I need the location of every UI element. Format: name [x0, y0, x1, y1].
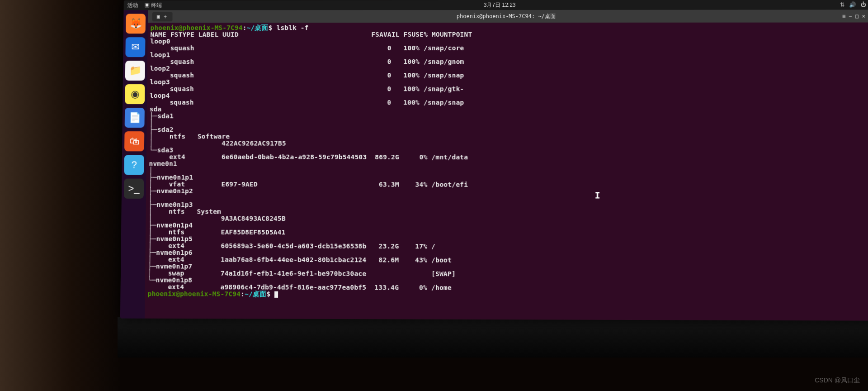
dock: 🦊✉📁◉📄🛍?>_ [120, 10, 148, 318]
terminal-titlebar[interactable]: ▣ ＋ phoenix@phoenix-MS-7C94: ~/桌面 ≡ − □ … [148, 10, 868, 23]
dock-writer[interactable]: 📄 [125, 108, 145, 128]
app-menu[interactable]: ▣ 终端 [144, 1, 162, 9]
terminal-body[interactable]: phoenix@phoenix-MS-7C94:~/桌面$ lsblk -f N… [145, 23, 868, 301]
new-tab-icon[interactable]: ＋ [163, 13, 168, 20]
dock-help[interactable]: ? [124, 155, 144, 175]
window-controls: ≡ − □ ✕ [842, 13, 865, 19]
minimize-icon[interactable]: − [849, 13, 855, 19]
terminal-tab[interactable]: ▣ ＋ [152, 12, 173, 21]
monitor-bezel [118, 317, 868, 358]
text-cursor-ibeam: I [594, 190, 600, 200]
terminal-tab-icon: ▣ [157, 13, 160, 19]
menu-icon[interactable]: ≡ [842, 13, 845, 19]
dock-rhythmbox[interactable]: ◉ [125, 84, 145, 104]
power-icon: ⏻ [860, 1, 866, 8]
volume-icon: 🔊 [849, 1, 856, 8]
dock-terminal[interactable]: >_ [124, 179, 144, 199]
dock-software[interactable]: 🛍 [124, 131, 144, 151]
network-icon: ⇅ [840, 1, 844, 8]
clock[interactable]: 3月7日 12:23 [162, 1, 840, 9]
maximize-icon[interactable]: □ [855, 13, 862, 19]
gnome-topbar: 活动 ▣ 终端 3月7日 12:23 ⇅ 🔊 ⏻ [124, 0, 868, 10]
close-icon[interactable]: ✕ [862, 13, 865, 19]
screen: 活动 ▣ 终端 3月7日 12:23 ⇅ 🔊 ⏻ 🦊✉📁◉📄🛍?>_ ▣ ＋ p… [120, 0, 868, 321]
activities-button[interactable]: 活动 [127, 1, 138, 9]
dock-firefox[interactable]: 🦊 [126, 14, 146, 33]
dock-thunderbird[interactable]: ✉ [125, 37, 145, 57]
terminal-title: phoenix@phoenix-MS-7C94: ~/桌面 [457, 12, 556, 20]
dock-files[interactable]: 📁 [125, 61, 145, 81]
watermark: CSDN @风口尘 [815, 377, 860, 385]
terminal-window: ▣ ＋ phoenix@phoenix-MS-7C94: ~/桌面 ≡ − □ … [145, 10, 868, 320]
status-area[interactable]: ⇅ 🔊 ⏻ [840, 1, 866, 8]
